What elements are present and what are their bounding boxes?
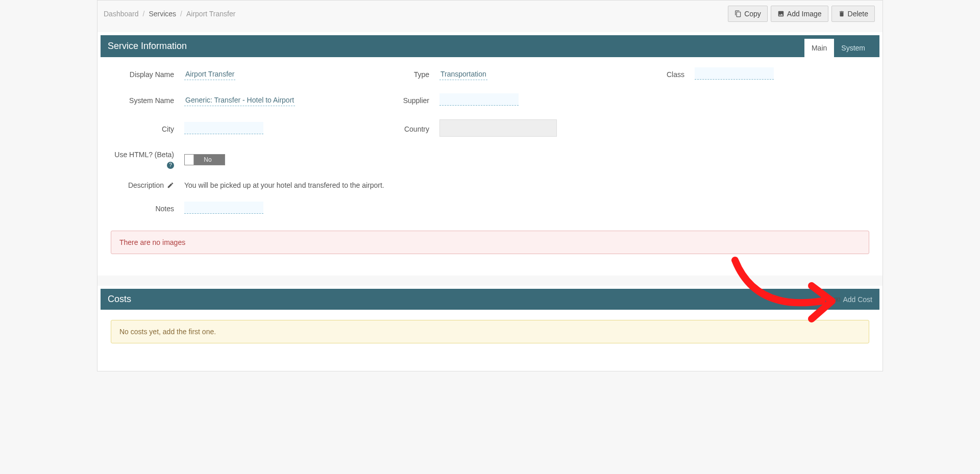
costs-body: No costs yet, add the first one. <box>101 310 879 364</box>
use-html-toggle-label: No <box>204 156 211 163</box>
use-html-label: Use HTML? (Beta) ? <box>111 151 177 169</box>
service-info-panel: Service Information Main System Display … <box>101 35 879 268</box>
tab-system[interactable]: System <box>834 39 872 57</box>
add-cost-button[interactable]: Add Cost <box>834 295 872 304</box>
delete-button[interactable]: Delete <box>831 6 875 22</box>
image-icon <box>777 10 785 17</box>
class-value[interactable] <box>695 67 774 80</box>
copy-button-label: Copy <box>744 10 761 18</box>
costs-panel: Costs Add Cost No costs yet, add the fir… <box>101 289 879 364</box>
notes-label: Notes <box>111 205 177 213</box>
system-name-label: System Name <box>111 96 177 105</box>
trash-icon <box>838 10 845 17</box>
edit-icon[interactable] <box>167 182 174 189</box>
breadcrumb-dashboard[interactable]: Dashboard <box>104 10 139 18</box>
breadcrumb-separator: / <box>143 10 145 18</box>
service-info-header: Service Information Main System <box>101 35 879 57</box>
money-icon <box>834 296 841 303</box>
service-info-title: Service Information <box>108 41 187 52</box>
copy-icon <box>734 10 742 17</box>
copy-button[interactable]: Copy <box>728 6 768 22</box>
supplier-label: Supplier <box>366 96 432 105</box>
description-label: Description <box>111 181 177 189</box>
costs-title: Costs <box>108 294 131 305</box>
supplier-value[interactable] <box>439 93 519 106</box>
costs-header: Costs Add Cost <box>101 289 879 310</box>
city-label: City <box>111 125 177 133</box>
toolbar: Copy Add Image Delete <box>728 6 875 22</box>
city-value[interactable] <box>184 122 263 134</box>
service-info-body: Display Name Airport Transfer Type Trans… <box>101 57 879 268</box>
breadcrumb-services[interactable]: Services <box>149 10 176 18</box>
description-value[interactable]: You will be picked up at your hotel and … <box>184 181 384 189</box>
no-costs-alert: No costs yet, add the first one. <box>111 320 869 343</box>
country-label: Country <box>366 125 432 133</box>
add-image-button-label: Add Image <box>787 10 822 18</box>
breadcrumb-current: Airport Transfer <box>186 10 235 18</box>
service-info-tabs: Main System <box>804 39 872 57</box>
breadcrumb-separator: / <box>180 10 182 18</box>
delete-button-label: Delete <box>848 10 868 18</box>
help-icon[interactable]: ? <box>167 162 174 169</box>
system-name-value[interactable]: Generic: Transfer - Hotel to Airport <box>184 95 295 106</box>
display-name-value[interactable]: Airport Transfer <box>184 69 235 80</box>
breadcrumb: Dashboard / Services / Airport Transfer <box>104 10 235 18</box>
type-label: Type <box>366 70 432 79</box>
add-image-button[interactable]: Add Image <box>771 6 828 22</box>
class-label: Class <box>621 70 688 79</box>
notes-value[interactable] <box>184 202 263 214</box>
country-value <box>439 119 557 137</box>
no-images-alert: There are no images <box>111 231 869 254</box>
add-cost-label: Add Cost <box>843 295 872 304</box>
type-value[interactable]: Transportation <box>439 69 487 80</box>
tab-main[interactable]: Main <box>804 39 834 57</box>
use-html-toggle[interactable]: No <box>184 154 225 165</box>
top-bar: Dashboard / Services / Airport Transfer … <box>97 1 883 32</box>
display-name-label: Display Name <box>111 70 177 79</box>
